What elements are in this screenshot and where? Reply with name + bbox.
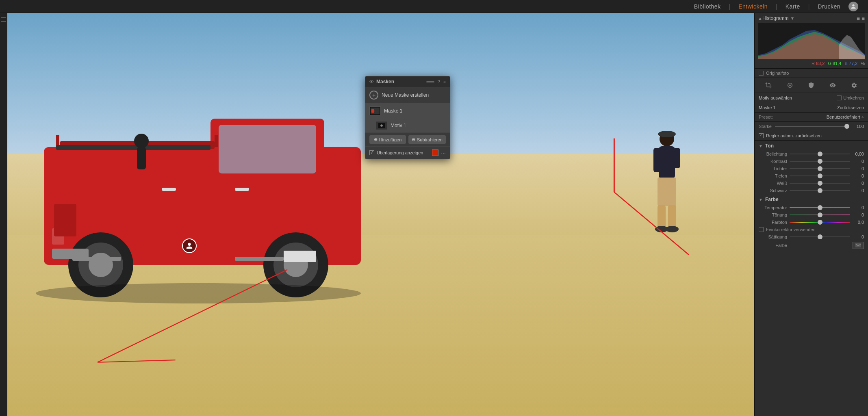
maske-row: Maske 1 Zurücksetzen (755, 103, 868, 113)
umkehren-checkbox[interactable] (837, 95, 842, 100)
temperatur-row: Temperatur 0 (755, 204, 868, 211)
left-strip-icon-2 (1, 21, 6, 22)
histogram-title: Histogramm (762, 15, 789, 21)
mask-1-item[interactable]: Maske 1 (365, 103, 450, 119)
nav-entwickeln[interactable]: Entwickeln (738, 3, 768, 10)
saettigung-label: Sättigung (759, 234, 787, 239)
temperatur-label: Temperatur (759, 205, 787, 210)
svg-rect-23 (137, 147, 146, 169)
user-avatar[interactable] (848, 2, 858, 11)
preset-value[interactable]: Benutzerdefiniert ÷ (827, 115, 864, 119)
photo-area[interactable]: 👁 Masken ? » + Neue Maske erstellen (7, 13, 754, 416)
overlay-checkbox[interactable] (369, 150, 374, 155)
minus-icon: ⊖ (412, 137, 415, 142)
overlay-more-button[interactable]: ··· (441, 150, 446, 156)
farbe-section-title: Farbe (765, 197, 779, 202)
settings-tool[interactable] (849, 80, 859, 90)
mask-eye-icon: 👁 (369, 79, 374, 84)
expand-button[interactable]: » (443, 79, 446, 84)
new-mask-label: Neue Maske erstellen (382, 92, 429, 98)
tiefen-label: Tiefen (759, 173, 787, 178)
tonung-slider[interactable] (790, 214, 850, 215)
svg-rect-29 (658, 178, 676, 206)
spot-heal-tool[interactable] (785, 80, 795, 90)
histogram-rgb-info: R 83,2 G 81,4 B 77,2 % (758, 61, 865, 66)
staerke-row: Stärke 100 (755, 122, 868, 131)
belichtung-row: Belichtung 0,00 (755, 150, 868, 158)
kontrast-value: 0 (853, 159, 864, 164)
originalfoto-label: Originalfoto (766, 71, 789, 76)
farbe-section-header[interactable]: ▼ Farbe (755, 194, 868, 204)
maske-name-label: Maske 1 (759, 105, 776, 110)
farbe-triangle-icon: ▼ (759, 197, 763, 202)
svg-rect-40 (371, 109, 374, 113)
mask-panel-controls: ? » (426, 79, 446, 84)
nav-bibliothek[interactable]: Bibliothek (694, 3, 721, 10)
histogram-clip-low[interactable]: ◼ (857, 16, 860, 21)
histogram-b-value: B 77,2 (844, 61, 857, 66)
svg-point-9 (89, 253, 113, 277)
tool-icons-row (755, 78, 868, 93)
feinkorrektur-checkbox[interactable] (759, 227, 764, 232)
schwarz-row: Schwarz 0 (755, 187, 868, 194)
tiefen-slider[interactable] (790, 176, 850, 176)
regler-row: Regler autom. zurücksetzen (755, 131, 868, 141)
mask-tool[interactable] (806, 80, 816, 90)
farbe-envelope-button[interactable] (853, 242, 864, 249)
info-button[interactable]: ? (438, 79, 440, 84)
belichtung-slider[interactable] (790, 154, 850, 154)
kontrast-slider[interactable] (790, 161, 850, 162)
add-icon: + (369, 91, 378, 100)
histogram-header: ▲ Histogramm ▼ ◼ ◼ (758, 15, 865, 21)
lichter-slider[interactable] (790, 168, 850, 169)
drag-handle[interactable] (426, 81, 434, 82)
temperatur-value: 0 (853, 205, 864, 210)
weiss-value: 0 (853, 181, 864, 186)
person-mask-marker[interactable] (182, 238, 197, 253)
overlay-row: Überlagerung anzeigen ··· (365, 146, 450, 159)
subtrahieren-button[interactable]: ⊖ Subtrahieren (408, 135, 446, 144)
nav-divider-1: | (729, 3, 731, 10)
svg-rect-6 (56, 145, 210, 150)
feinkorrektur-label: Feinkorrektur verwenden (766, 227, 816, 232)
redeye-tool[interactable] (828, 80, 838, 90)
nav-karte[interactable]: Karte (786, 3, 800, 10)
svg-rect-18 (72, 257, 121, 261)
ton-section-header[interactable]: ▼ Ton (755, 141, 868, 150)
mask-action-row: ⊕ Hinzufügen ⊖ Subtrahieren (365, 132, 450, 146)
hinzufuegen-label: Hinzufügen (379, 137, 402, 142)
nav-divider-2: | (776, 3, 777, 10)
hinzufuegen-button[interactable]: ⊕ Hinzufügen (369, 135, 406, 144)
motiv-auswaehlen-btn[interactable]: Motiv auswählen (759, 95, 792, 100)
nav-divider-3: | (808, 3, 810, 10)
schwarz-label: Schwarz (759, 188, 787, 193)
histogram-clip-high[interactable]: ◼ (861, 16, 865, 21)
mask-panel: 👁 Masken ? » + Neue Maske erstellen (365, 76, 450, 159)
schwarz-value: 0 (853, 188, 864, 193)
schwarz-slider[interactable] (790, 190, 850, 191)
truck-svg (20, 54, 410, 358)
svg-rect-17 (284, 251, 316, 262)
farbton-label: Farbton (759, 220, 787, 225)
saettigung-slider[interactable] (790, 236, 850, 237)
feinkorrektur-row: Feinkorrektur verwenden (755, 226, 868, 233)
temperatur-slider[interactable] (790, 207, 850, 208)
regler-checkbox[interactable] (759, 133, 764, 138)
top-navigation: Bibliothek | Entwickeln | Karte | Drucke… (0, 0, 868, 13)
svg-rect-28 (674, 148, 680, 168)
farbton-slider[interactable] (790, 222, 850, 223)
tonung-row: Tönung 0 (755, 211, 868, 219)
new-mask-button[interactable]: + Neue Maske erstellen (365, 87, 450, 103)
overlay-color-swatch[interactable] (432, 150, 438, 156)
svg-rect-5 (215, 135, 218, 147)
svg-rect-26 (659, 146, 675, 179)
zuruecksetzen-button[interactable]: Zurücksetzen (837, 105, 864, 110)
crop-tool[interactable] (764, 80, 773, 90)
nav-drucken[interactable]: Drucken (818, 3, 840, 10)
originalfoto-checkbox[interactable] (759, 71, 764, 76)
histogram-dropdown-icon[interactable]: ▼ (790, 16, 795, 21)
svg-rect-30 (658, 205, 666, 229)
weiss-slider[interactable] (790, 183, 850, 184)
motiv-1-item[interactable]: Motiv 1 (365, 119, 450, 132)
staerke-slider[interactable] (775, 126, 849, 127)
